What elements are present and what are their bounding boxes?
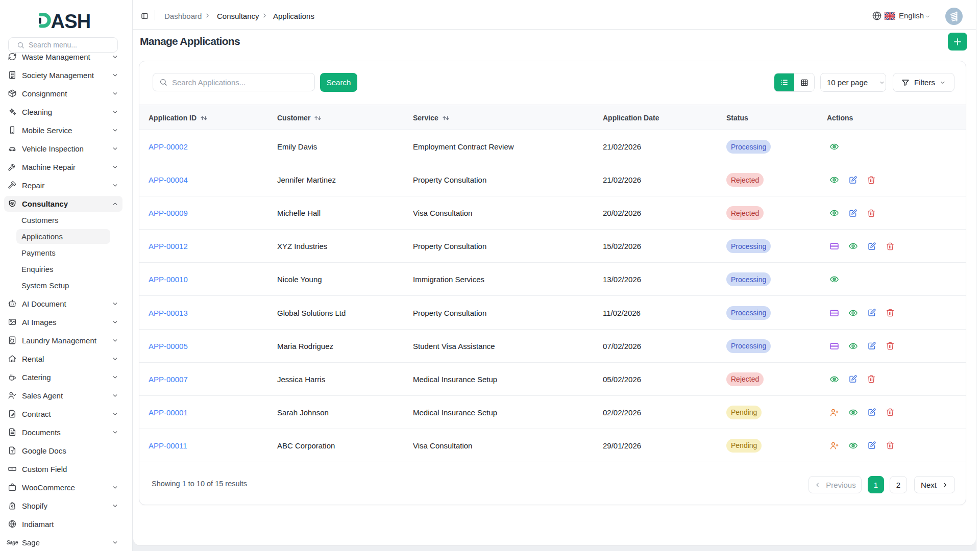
svg-text:ASH: ASH bbox=[51, 11, 91, 31]
